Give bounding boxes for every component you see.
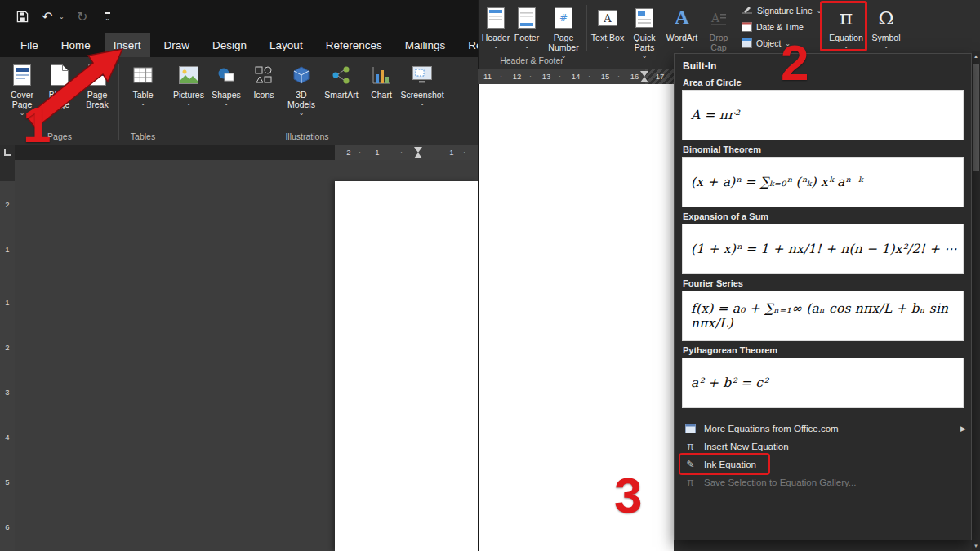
screenshot-button[interactable]: Screenshot ⌄ xyxy=(400,59,444,107)
scroll-down-icon[interactable]: ▼ xyxy=(972,544,980,549)
ruler-number: 2 xyxy=(0,200,15,209)
more-equations-item[interactable]: More Equations from Office.com ▶ xyxy=(675,420,971,438)
pictures-button[interactable]: Pictures ⌄ xyxy=(170,59,207,107)
chevron-down-icon: ⌄ xyxy=(105,12,110,21)
page-number-button[interactable]: # Page Number ⌄ xyxy=(543,2,584,60)
equation-button[interactable]: π Equation ⌄ xyxy=(825,2,867,50)
first-line-indent-marker[interactable] xyxy=(414,147,422,153)
document-page[interactable] xyxy=(335,181,478,551)
office-gallery-icon xyxy=(684,424,697,433)
symbol-button[interactable]: Ω Symbol ⌄ xyxy=(869,2,903,50)
text-box-button[interactable]: A Text Box ⌄ xyxy=(590,2,625,50)
pictures-icon xyxy=(179,63,198,87)
drop-cap-button: A Drop Cap ⌄ xyxy=(702,2,736,60)
vertical-scrollbar[interactable]: ▲ ▼ xyxy=(972,51,980,551)
chart-label: Chart xyxy=(371,90,392,100)
tab-references[interactable]: References xyxy=(317,33,391,57)
equation-item-binomial-theorem[interactable]: (x + a)ⁿ = ∑ₖ₌₀ⁿ (ⁿₖ) xᵏ aⁿ⁻ᵏ xyxy=(682,157,964,207)
smartart-button[interactable]: SmartArt xyxy=(320,59,363,100)
document-canvas xyxy=(15,160,478,551)
ruler-number: 5 xyxy=(0,478,15,487)
equation-item-fourier-series[interactable]: f(x) = a₀ + ∑ₙ₌₁∞ (aₙ cos nπx/L + bₙ sin… xyxy=(682,291,964,341)
scrollbar-thumb[interactable] xyxy=(973,64,979,171)
group-separator xyxy=(586,5,587,51)
ruler-number: 16 xyxy=(629,72,640,81)
builtin-heading: Built-In xyxy=(675,56,971,73)
ruler-tick: · xyxy=(559,72,561,80)
icons-button[interactable]: Icons xyxy=(245,59,283,100)
equation-section-label: Area of Circle xyxy=(675,73,971,90)
quick-access-toolbar: ↶ ⌄ ↻ ⌄ xyxy=(0,0,478,33)
date-time-button[interactable]: Date & Time xyxy=(742,20,804,33)
undo-dropdown-icon[interactable]: ⌄ xyxy=(59,13,65,20)
horizontal-ruler-right[interactable]: 11 · 12 · 13 · 14 · 15 · 16 17 xyxy=(478,69,674,84)
footer-button[interactable]: Footer ⌄ xyxy=(512,2,541,50)
ribbon-tabs: File Home Insert Draw Design Layout Refe… xyxy=(0,33,478,57)
ruler-tick: · xyxy=(588,72,590,80)
tab-insert[interactable]: Insert xyxy=(105,33,150,57)
hanging-indent-marker[interactable] xyxy=(414,153,422,158)
document-page-zoomed[interactable] xyxy=(478,84,674,551)
drop-cap-icon: A xyxy=(710,6,727,30)
ink-equation-label: Ink Equation xyxy=(704,460,756,469)
equation-formula: a² + b² = c² xyxy=(691,375,768,390)
ruler-number: 3 xyxy=(0,388,15,397)
scroll-up-icon[interactable]: ▲ xyxy=(972,54,980,59)
tab-selector-icon xyxy=(4,149,11,156)
vertical-ruler[interactable]: 2 1 1 2 3 4 5 6 xyxy=(0,160,15,551)
quick-parts-button[interactable]: Quick Parts ⌄ xyxy=(626,2,662,60)
shapes-button[interactable]: Shapes ⌄ xyxy=(207,59,245,107)
horizontal-ruler-left[interactable]: 2 · 1 · 1 · xyxy=(15,145,478,160)
table-button[interactable]: Table ⌄ xyxy=(122,59,164,107)
quick-parts-label: Quick Parts xyxy=(626,33,662,52)
chevron-down-icon: ⌄ xyxy=(884,43,889,50)
undo-icon[interactable]: ↶ xyxy=(40,8,55,24)
page-break-button[interactable]: Page Break xyxy=(78,59,116,109)
tab-file[interactable]: File xyxy=(11,33,47,57)
tab-mailings[interactable]: Mailings xyxy=(396,33,455,57)
insert-new-equation-item[interactable]: π Insert New Equation xyxy=(675,438,971,455)
footer-icon xyxy=(518,6,536,30)
signature-line-label: Signature Line xyxy=(757,6,813,16)
tab-layout[interactable]: Layout xyxy=(261,33,312,57)
svg-text:#: # xyxy=(559,12,568,24)
equation-section-label: Fourier Series xyxy=(675,274,971,291)
chevron-down-icon: ⌄ xyxy=(140,100,146,107)
ink-pen-icon: ✎ xyxy=(684,459,697,470)
svg-text:A: A xyxy=(710,11,720,24)
right-indent-marker[interactable] xyxy=(640,71,648,77)
chevron-down-icon: ⌄ xyxy=(605,43,611,50)
object-icon xyxy=(742,38,752,50)
tab-home[interactable]: Home xyxy=(52,33,100,57)
tab-draw[interactable]: Draw xyxy=(155,33,199,57)
page-number-label: Page Number xyxy=(543,33,584,52)
date-time-label: Date & Time xyxy=(756,22,804,32)
smartart-icon xyxy=(332,63,351,87)
chevron-down-icon: ⌄ xyxy=(420,100,425,107)
equation-item-pythagorean-theorem[interactable]: a² + b² = c² xyxy=(682,358,964,408)
ribbon-insert-left: Cover Page ⌄ Blank Page Page Break Pages xyxy=(0,57,478,145)
header-button[interactable]: Header ⌄ xyxy=(480,2,511,50)
tab-design[interactable]: Design xyxy=(203,33,256,57)
chevron-down-icon: ⌄ xyxy=(844,43,849,50)
save-icon[interactable] xyxy=(15,8,29,24)
chevron-down-icon: ⌄ xyxy=(224,100,229,107)
footer-label: Footer xyxy=(514,33,539,42)
signature-line-button[interactable]: Signature Line ⌄ xyxy=(742,4,822,17)
equation-item-expansion-of-a-sum[interactable]: (1 + x)ⁿ = 1 + nx/1! + n(n − 1)x²/2! + ⋯ xyxy=(682,224,964,274)
smartart-label: SmartArt xyxy=(324,90,358,100)
3d-models-button[interactable]: 3D Models ⌄ xyxy=(283,59,320,117)
customize-quick-access-icon[interactable]: ⌄ xyxy=(100,8,115,24)
annotation-step-2: 2 xyxy=(781,38,808,88)
pages-group-label: Pages xyxy=(3,129,116,145)
screenshot-label: Screenshot xyxy=(400,90,443,100)
ruler-origin-corner[interactable] xyxy=(0,145,15,160)
wordart-button[interactable]: A WordArt ⌄ xyxy=(664,2,700,50)
group-separator xyxy=(820,5,821,51)
right-margin-marker[interactable] xyxy=(640,77,648,82)
chart-button[interactable]: Chart xyxy=(363,59,400,100)
equation-pi-icon: π xyxy=(840,6,853,30)
ink-equation-item[interactable]: ✎ Ink Equation xyxy=(675,455,971,473)
equation-item-area-of-circle[interactable]: A = πr² xyxy=(682,90,964,140)
equation-formula: A = πr² xyxy=(691,108,739,122)
